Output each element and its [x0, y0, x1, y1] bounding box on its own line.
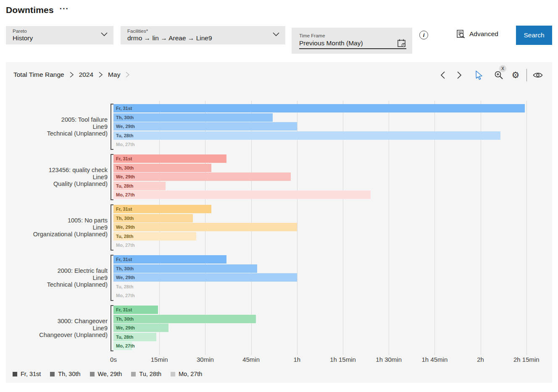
axis-group-bracket [111, 305, 113, 351]
bar[interactable]: Fr, 31st [113, 154, 226, 163]
legend-label: Tu, 28th [139, 371, 161, 377]
x-axis-tick-label: 2h 15min [503, 356, 550, 363]
chart-legend: Fr, 31stTh, 30thWe, 29thTu, 28thMo, 27th [13, 371, 202, 377]
legend-item[interactable]: Mo, 27th [171, 371, 202, 377]
info-icon[interactable]: i [419, 31, 428, 39]
bar[interactable]: Tu, 28th [113, 182, 166, 190]
axis-group-bracket [111, 204, 113, 251]
bar[interactable]: Th, 30th [113, 264, 257, 273]
bar[interactable]: Mo, 27th [113, 191, 371, 199]
x-axis-tick-label: 1h 15min [320, 356, 366, 363]
bar-day-label: We, 29th [116, 172, 135, 181]
pareto-select[interactable]: Pareto History [6, 26, 113, 44]
x-axis-tick-label: 30min [182, 356, 228, 363]
pareto-label: Pareto [13, 29, 27, 34]
overflow-menu-icon[interactable]: ··· [60, 7, 69, 11]
chart-gridline [526, 101, 527, 355]
bar[interactable]: Fr, 31st [113, 255, 226, 264]
facilities-select[interactable]: Facilities* drmo → lin → Areae → Line9 [121, 26, 285, 44]
bar[interactable]: We, 29th [113, 122, 297, 131]
bar[interactable]: We, 29th [113, 324, 168, 332]
bar-day-label: Th, 30th [116, 315, 134, 323]
calendar-clock-icon[interactable] [397, 39, 406, 48]
bar-day-label: Fr, 31st [116, 306, 132, 314]
bar-day-label: We, 29th [116, 324, 135, 332]
bar-day-label: We, 29th [116, 122, 135, 131]
chevron-down-icon [101, 32, 108, 37]
category-label: 2005: Tool failureLine9Technical (Unplan… [6, 116, 108, 137]
timeframe-field[interactable]: Time Frame Previous Month (May) [292, 28, 412, 54]
bar-day-label-zero: Mo, 27th [116, 291, 135, 300]
category-label-line: Line9 [6, 274, 108, 282]
bar[interactable]: Mo, 27th [113, 342, 132, 350]
bar[interactable]: Tu, 28th [113, 232, 196, 240]
bar[interactable]: We, 29th [113, 172, 291, 181]
x-axis-tick-label: 1h 30min [366, 356, 412, 363]
search-button[interactable]: Search [516, 26, 552, 45]
legend-item[interactable]: Tu, 28th [131, 371, 161, 377]
legend-swatch [50, 372, 55, 376]
bar[interactable]: Tu, 28th [113, 131, 500, 140]
legend-label: Th, 30th [58, 371, 80, 377]
facilities-label: Facilities* [127, 29, 148, 34]
x-axis-tick-label: 2h [458, 356, 504, 363]
category-label-line: Quality (Unplanned) [6, 180, 108, 188]
x-axis-tick-label: 1h [274, 356, 320, 363]
bar-day-label-zero: Mo, 27th [116, 241, 135, 249]
advanced-button-label: Advanced [469, 30, 498, 38]
bar[interactable]: Fr, 31st [113, 306, 158, 314]
bar-day-label: Fr, 31st [116, 104, 132, 112]
bar-day-label: Mo, 27th [116, 191, 135, 199]
bar[interactable]: Th, 30th [113, 164, 211, 172]
x-axis-tick-label: 0s [90, 356, 137, 363]
bar[interactable]: Fr, 31st [113, 205, 211, 213]
bar-day-label-zero: Tu, 28th [116, 282, 133, 291]
legend-swatch [171, 372, 175, 376]
bar[interactable]: Tu, 28th [113, 333, 156, 341]
chart-panel: Total Time Range 2024 May X ⚙ [6, 62, 552, 383]
bar-day-label: Tu, 28th [116, 131, 133, 140]
bar[interactable]: Th, 30th [113, 315, 256, 323]
bar-day-label: We, 29th [116, 273, 135, 282]
legend-item[interactable]: Th, 30th [50, 371, 80, 377]
advanced-search-icon [456, 29, 466, 39]
timeframe-label: Time Frame [299, 33, 325, 38]
axis-group-bracket [111, 154, 113, 200]
category-label: 2000: Electric faultLine9Technical (Unpl… [6, 267, 108, 288]
bar-day-label: Tu, 28th [116, 232, 133, 240]
category-label: 123456: quality checkLine9Quality (Unpla… [6, 167, 108, 188]
legend-label: Fr, 31st [21, 371, 41, 377]
bar-day-label-zero: Mo, 27th [116, 140, 135, 149]
legend-swatch [131, 372, 136, 376]
bar[interactable]: Th, 30th [113, 214, 193, 222]
facilities-value: drmo → lin → Areae → Line9 [127, 34, 212, 42]
legend-item[interactable]: We, 29th [90, 371, 122, 377]
advanced-button[interactable]: Advanced [456, 29, 498, 39]
bar-day-label: Fr, 31st [116, 255, 132, 264]
page-header: Downtimes ··· [6, 5, 69, 15]
bar[interactable]: We, 29th [113, 223, 297, 231]
category-label-line: Organizational (Unplanned) [6, 231, 108, 238]
legend-item[interactable]: Fr, 31st [13, 371, 41, 377]
category-label-line: Line9 [6, 123, 108, 131]
category-label-line: 123456: quality check [6, 167, 108, 174]
category-label: 3000: ChangeoverLine9Changeover (Unplann… [6, 318, 108, 339]
category-label-line: Changeover (Unplanned) [6, 332, 108, 339]
bar-day-label: We, 29th [116, 223, 135, 231]
timeframe-value: Previous Month (May) [299, 39, 363, 47]
bar[interactable]: Fr, 31st [113, 104, 525, 112]
bar[interactable]: Th, 30th [113, 113, 273, 122]
legend-label: We, 29th [98, 371, 122, 377]
bar-day-label: Tu, 28th [116, 182, 133, 190]
x-axis-tick-label: 1h 45min [411, 356, 458, 363]
bar[interactable]: We, 29th [113, 273, 297, 282]
category-label-line: Technical (Unplanned) [6, 130, 108, 137]
x-axis-tick-label: 45min [228, 356, 274, 363]
legend-swatch [90, 372, 95, 376]
x-axis-tick-label: 15min [136, 356, 182, 363]
category-label-line: Line9 [6, 325, 108, 332]
category-label: 1005: No partsLine9Organizational (Unpla… [6, 217, 108, 238]
axis-group-bracket [111, 255, 113, 301]
category-label-line: 3000: Changeover [6, 318, 108, 325]
legend-swatch [13, 372, 17, 376]
